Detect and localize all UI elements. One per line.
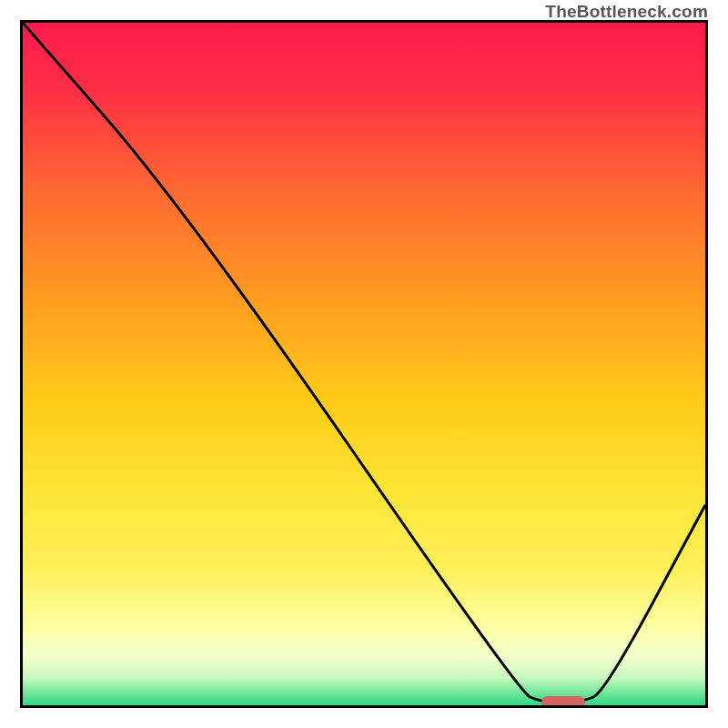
chart-container: TheBottleneck.com	[0, 0, 728, 728]
plot-area	[20, 20, 708, 708]
gradient-background	[23, 23, 705, 705]
svg-rect-0	[23, 23, 705, 705]
watermark-text: TheBottleneck.com	[545, 2, 708, 22]
optimal-marker	[541, 696, 585, 708]
